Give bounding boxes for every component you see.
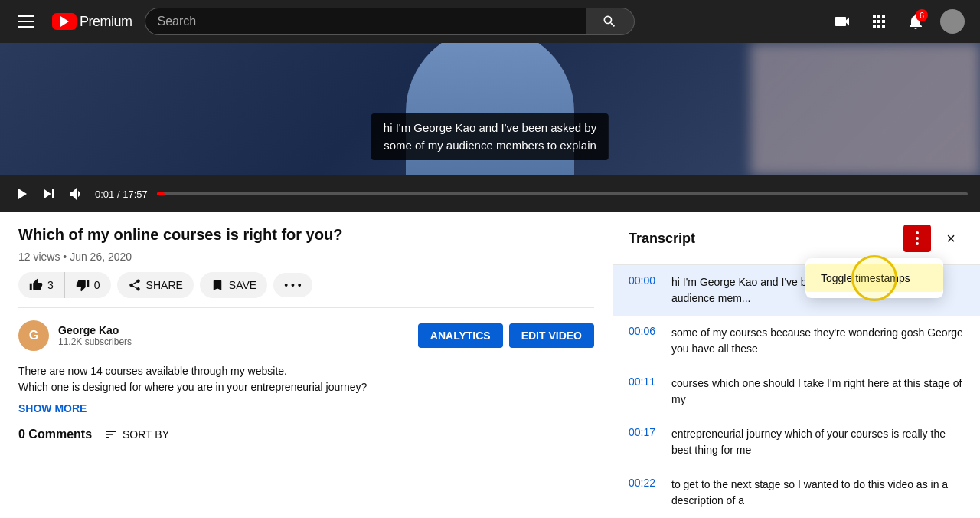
dislike-button[interactable]: 0 (65, 272, 111, 298)
next-button[interactable] (40, 185, 58, 203)
left-section: Which of my online courses is right for … (0, 212, 612, 518)
transcript-panel: Transcript × Toggle timestamps (612, 212, 980, 518)
caption-line2: some of my audience members to explain (384, 137, 596, 155)
video-caption: hi I'm George Kao and I've been asked by… (371, 113, 609, 160)
video-player: hi I'm George Kao and I've been asked by… (0, 43, 980, 212)
header: Premium 6 (0, 0, 980, 43)
video-area[interactable]: hi I'm George Kao and I've been asked by… (0, 43, 980, 175)
play-button[interactable] (12, 185, 31, 203)
transcript-text: entrepreneurial journey which of your co… (671, 426, 965, 458)
notification-badge: 6 (916, 9, 928, 21)
vertical-dots-icon (916, 231, 919, 245)
sort-label: SORT BY (122, 428, 169, 441)
transcript-title: Transcript (629, 231, 695, 247)
channel-row: G George Kao 11.2K subscribers ANALYTICS… (18, 320, 594, 351)
youtube-logo (52, 13, 77, 30)
video-title: Which of my online courses is right for … (18, 225, 594, 244)
share-icon (128, 278, 142, 292)
save-button[interactable]: SAVE (200, 272, 267, 298)
notifications-button[interactable]: 6 (900, 6, 931, 37)
more-actions-button[interactable]: • • • (273, 273, 312, 297)
progress-bar[interactable] (157, 192, 968, 195)
transcript-text: some of my courses because they're wonde… (671, 325, 965, 357)
transcript-text: to get to the next stage so I wanted to … (671, 477, 965, 509)
grid-icon (870, 12, 888, 31)
transcript-item[interactable]: 00:17 entrepreneurial journey which of y… (613, 417, 980, 467)
channel-name: George Kao (58, 324, 409, 336)
description-line2: Which one is designed for where you are … (18, 379, 594, 395)
transcript-item[interactable]: 00:11 courses which one should I take I'… (613, 366, 980, 417)
header-right: 6 (827, 6, 968, 37)
channel-avatar: G (18, 320, 49, 351)
skip-next-icon (40, 185, 58, 203)
thumbs-down-icon (76, 278, 90, 292)
transcript-text: courses which one should I take I'm righ… (671, 375, 965, 408)
transcript-timestamp: 00:06 (629, 325, 659, 357)
transcript-dropdown: Toggle timestamps (805, 258, 943, 298)
close-icon: × (946, 230, 956, 248)
below-video: Which of my online courses is right for … (0, 212, 980, 518)
transcript-timestamp: 00:00 (629, 274, 659, 307)
upload-date: Jun 26, 2020 (70, 251, 132, 263)
header-left: Premium (12, 9, 132, 34)
description: There are now 14 courses available throu… (18, 363, 594, 395)
share-label: SHARE (146, 279, 183, 291)
play-icon (12, 185, 31, 203)
transcript-item[interactable]: 00:22 to get to the next stage so I want… (613, 467, 980, 518)
sort-icon (104, 428, 118, 441)
transcript-list: 00:00 hi I'm George Kao and I've been as… (613, 265, 980, 518)
caption-line1: hi I'm George Kao and I've been asked by (384, 120, 596, 137)
sort-button[interactable]: SORT BY (104, 428, 169, 441)
volume-icon (67, 185, 86, 203)
analytics-button[interactable]: ANALYTICS (418, 323, 503, 348)
transcript-timestamp: 00:17 (629, 426, 659, 458)
video-meta: 12 views • Jun 26, 2020 (18, 251, 594, 263)
search-button[interactable] (586, 8, 635, 35)
transcript-item[interactable]: 00:06 some of my courses because they're… (613, 316, 980, 366)
comments-count: 0 Comments (18, 428, 92, 441)
user-avatar (940, 9, 965, 34)
save-label: SAVE (229, 279, 256, 291)
channel-subscribers: 11.2K subscribers (58, 336, 409, 347)
show-more-button[interactable]: SHOW MORE (18, 402, 87, 415)
logo-area[interactable]: Premium (52, 13, 132, 30)
progress-fill (157, 192, 165, 195)
hamburger-menu[interactable] (12, 9, 40, 34)
transcript-timestamp: 00:22 (629, 477, 659, 509)
meta-separator: • (63, 251, 70, 263)
search-input-wrap (145, 8, 586, 35)
transcript-more-button[interactable] (903, 225, 931, 252)
more-dots: • • • (284, 279, 301, 291)
total-time: 17:57 (122, 189, 148, 200)
cursor-highlight (851, 255, 897, 301)
transcript-timestamp: 00:11 (629, 375, 659, 408)
toggle-timestamps-item[interactable]: Toggle timestamps (805, 264, 943, 292)
video-camera-icon (833, 12, 851, 31)
view-count: 12 views (18, 251, 60, 263)
time-display: 0:01 / 17:57 (95, 189, 148, 200)
transcript-actions: × (903, 225, 965, 252)
like-dislike-group: 3 0 (18, 272, 111, 298)
thumbs-up-icon (29, 278, 43, 292)
channel-buttons: ANALYTICS EDIT VIDEO (418, 323, 594, 348)
video-controls: 0:01 / 17:57 (0, 175, 980, 212)
dislike-count: 0 (94, 279, 100, 291)
actions-row: 3 0 SHARE SAVE • • • (18, 272, 594, 308)
transcript-close-button[interactable]: × (937, 225, 965, 252)
main-content: hi I'm George Kao and I've been asked by… (0, 43, 980, 518)
edit-video-button[interactable]: EDIT VIDEO (509, 323, 594, 348)
create-button[interactable] (827, 6, 858, 37)
like-count: 3 (47, 279, 54, 291)
current-time: 0:01 (95, 189, 114, 200)
avatar[interactable] (937, 6, 968, 37)
volume-button[interactable] (67, 185, 86, 203)
apps-button[interactable] (864, 6, 894, 37)
transcript-header: Transcript × (613, 212, 980, 265)
like-button[interactable]: 3 (18, 272, 65, 298)
search-area (145, 8, 635, 35)
description-line1: There are now 14 courses available throu… (18, 363, 594, 379)
premium-label: Premium (80, 14, 132, 30)
share-button[interactable]: SHARE (117, 272, 194, 298)
search-input[interactable] (158, 15, 573, 28)
comments-header: 0 Comments SORT BY (18, 428, 594, 441)
